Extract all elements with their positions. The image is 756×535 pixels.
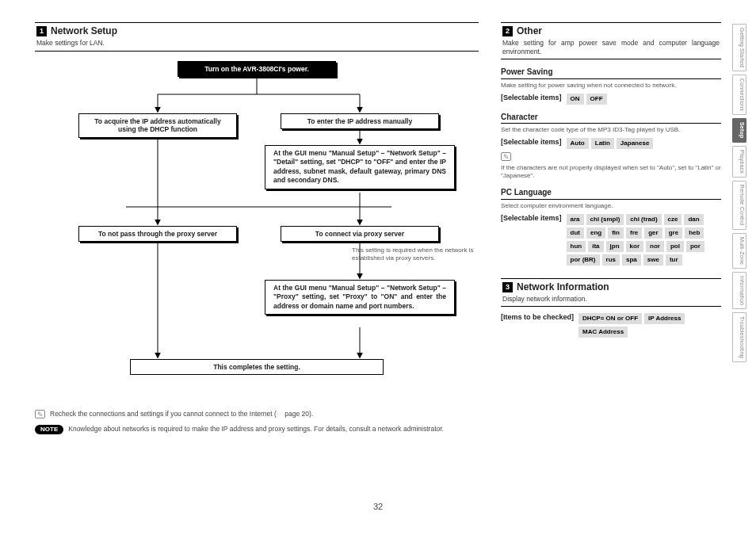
selectable-label: [Selectable items] (501, 138, 562, 147)
manual-page: Getting StartedConnectionsSetupPlaybackR… (0, 0, 756, 535)
side-tab-playback[interactable]: Playback (732, 146, 746, 178)
pc-lang-option: pol (666, 241, 684, 252)
note-row: NOTE Knowledge about networks is require… (35, 425, 479, 434)
power-saving-desc: Make setting for power saving when not c… (501, 82, 721, 90)
flow-dhcp-manual: To enter the IP address manually (281, 113, 439, 130)
side-tab-setup[interactable]: Setup (732, 118, 746, 142)
character-desc: Set the character code type of the MP3 I… (501, 126, 721, 134)
net-info-option: MAC Address (578, 327, 628, 338)
character-row: [Selectable items] AutoLatinJapanese (501, 138, 721, 149)
pc-lang-option: cze (664, 214, 682, 225)
pc-lang-option: por (BR) (567, 254, 600, 266)
section-3-title: Network Information (517, 281, 609, 293)
section-1-num: 1 (36, 26, 47, 36)
flow-proxy-note: This setting is required when the networ… (352, 246, 487, 262)
character-option: Latin (591, 138, 614, 149)
section-2-title: Other (517, 25, 542, 37)
pc-lang-row: [Selectable items] arachi (smpl)chi (tra… (501, 214, 721, 266)
section-1-title: Network Setup (51, 25, 117, 37)
pc-lang-option: chi (trad) (626, 214, 661, 225)
net-info-option: DHCP= ON or OFF (578, 313, 642, 324)
flow-start: Turn on the AVR-3808CI's power. (178, 61, 336, 78)
flow-proxy-no: To not pass through the proxy server (78, 226, 237, 243)
side-tab-troubleshooting[interactable]: Troubleshooting (732, 312, 746, 362)
pc-lang-option: heb (685, 227, 704, 239)
flowchart: Turn on the AVR-3808CI's power. To acqui… (35, 56, 479, 405)
pc-lang-title: PC Language (501, 188, 721, 200)
section-2-header: 2 Other Make setting for amp power save … (501, 22, 721, 59)
pc-lang-option: tur (666, 254, 682, 266)
flow-proxy-yes: To connect via proxy server (281, 226, 439, 243)
section-3-num: 3 (502, 282, 513, 292)
note-text: Knowledge about networks is required to … (68, 425, 444, 434)
pc-lang-option: nor (646, 241, 664, 252)
pencil-icon: ✎ (501, 152, 511, 161)
content-columns: 1 Network Setup Make settings for LAN. (35, 22, 721, 434)
section-2-num: 2 (502, 26, 513, 36)
side-tabs: Getting StartedConnectionsSetupPlaybackR… (732, 24, 746, 362)
flow-complete: This completes the setting. (130, 359, 384, 376)
pc-lang-option: por (686, 241, 704, 252)
pc-lang-option: spa (622, 254, 641, 266)
pc-lang-option: gre (665, 227, 682, 239)
section-3-desc: Display network information. (502, 295, 720, 304)
pc-lang-items: arachi (smpl)chi (trad)czedandutengfinfr… (567, 214, 721, 266)
flow-manual-detail: At the GUI menu "Manual Setup" – "Networ… (265, 145, 455, 189)
pc-lang-option: rus (602, 254, 620, 266)
tip-text: Recheck the connections and settings if … (50, 410, 313, 418)
pc-lang-option: swe (643, 254, 663, 266)
pencil-icon: ✎ (35, 410, 45, 418)
side-tab-getting-started[interactable]: Getting Started (732, 24, 746, 71)
pc-lang-option: dan (684, 214, 703, 225)
power-saving-items: ONOFF (567, 94, 607, 105)
tip-row: ✎ Recheck the connections and settings i… (35, 410, 479, 418)
left-column: 1 Network Setup Make settings for LAN. (35, 22, 479, 434)
character-tip-row: ✎ (501, 152, 721, 161)
selectable-label: [Selectable items] (501, 94, 562, 102)
net-info-option: IP Address (644, 313, 685, 324)
pc-lang-option: ita (588, 241, 603, 252)
right-column: 2 Other Make setting for amp power save … (501, 22, 721, 434)
pc-lang-option: chi (smpl) (586, 214, 624, 225)
page-number: 32 (0, 502, 756, 513)
pc-lang-option: fre (626, 227, 642, 239)
pc-lang-option: jpn (606, 241, 624, 252)
side-tab-remote-control[interactable]: Remote Control (732, 181, 746, 230)
section-3-header: 3 Network Information Display network in… (501, 278, 721, 308)
flow-proxy-detail: At the GUI menu "Manual Setup" – "Networ… (265, 280, 455, 315)
net-info-items: DHCP= ON or OFFIP AddressMAC Address (578, 313, 721, 338)
pc-lang-option: ger (644, 227, 662, 239)
section-1-header: 1 Network Setup Make settings for LAN. (35, 22, 479, 52)
character-option: Auto (567, 138, 589, 149)
power-saving-title: Power Saving (501, 67, 721, 79)
pc-lang-option: eng (586, 227, 605, 239)
selectable-label: [Selectable items] (501, 214, 562, 223)
net-info-row: [Items to be checked] DHCP= ON or OFFIP … (501, 313, 721, 338)
flow-dhcp-auto: To acquire the IP address automatically … (78, 113, 237, 138)
character-option: Japanese (617, 138, 653, 149)
character-tip: If the characters are not properly displ… (501, 164, 721, 180)
section-2-desc: Make setting for amp power save mode and… (502, 39, 720, 55)
power-saving-option: ON (567, 94, 584, 105)
side-tab-information[interactable]: Information (732, 272, 746, 309)
section-1-desc: Make settings for LAN. (36, 39, 477, 48)
note-label: NOTE (35, 425, 63, 434)
pc-lang-option: ara (567, 214, 584, 225)
character-items: AutoLatinJapanese (567, 138, 654, 149)
power-saving-row: [Selectable items] ONOFF (501, 94, 721, 105)
pc-lang-option: fin (608, 227, 624, 239)
pc-lang-option: kor (626, 241, 643, 252)
side-tab-multi-zone[interactable]: Multi-Zone (732, 233, 746, 269)
pc-lang-option: hun (567, 241, 586, 252)
pc-lang-option: dut (567, 227, 584, 239)
side-tab-connections[interactable]: Connections (732, 75, 746, 115)
power-saving-option: OFF (586, 94, 607, 105)
items-checked-label: [Items to be checked] (501, 313, 574, 322)
character-title: Character (501, 113, 721, 124)
pc-lang-desc: Select computer environment language. (501, 202, 721, 210)
